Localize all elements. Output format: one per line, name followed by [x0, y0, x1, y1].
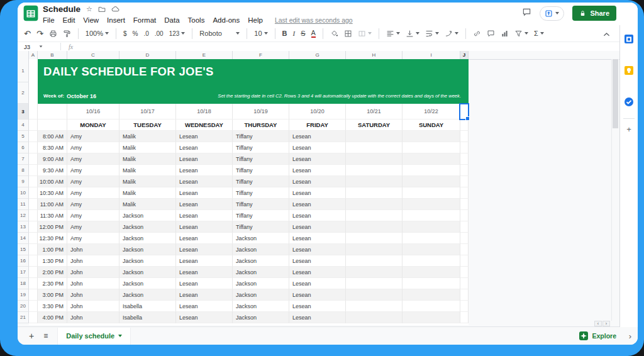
cell[interactable]: Amy — [67, 165, 119, 176]
cell[interactable]: 2:00 PM — [38, 267, 67, 278]
horizontal-scrollbar[interactable]: ‹› — [594, 321, 610, 326]
cell[interactable]: SUNDAY — [402, 120, 460, 131]
select-all-corner[interactable] — [18, 51, 29, 59]
cell[interactable]: Lesean — [289, 267, 346, 278]
row-header-1[interactable]: 1 — [18, 59, 29, 82]
column-header-A[interactable]: A — [29, 51, 38, 59]
cloud-status-icon[interactable] — [111, 5, 119, 13]
cell[interactable]: Isabella — [119, 312, 176, 323]
cell[interactable] — [346, 221, 402, 233]
cell[interactable] — [460, 289, 469, 301]
cell[interactable]: John — [67, 244, 119, 255]
keep-icon[interactable] — [624, 65, 634, 75]
cell[interactable]: Amy — [67, 210, 119, 221]
increase-decimals-button[interactable]: .00 — [155, 30, 164, 37]
cell[interactable] — [460, 301, 469, 312]
cell[interactable]: Tiffany — [233, 142, 289, 153]
cell[interactable] — [402, 199, 460, 210]
cell[interactable] — [346, 131, 402, 142]
cell[interactable] — [29, 120, 38, 131]
borders-button[interactable] — [344, 30, 352, 38]
fill-handle[interactable] — [465, 116, 470, 121]
cell[interactable] — [29, 104, 38, 120]
cell[interactable]: Amy — [67, 153, 119, 165]
cell[interactable]: Lesean — [289, 153, 346, 165]
cell[interactable]: Lesean — [176, 301, 233, 312]
cell[interactable]: 8:00 AM — [38, 131, 67, 142]
cell[interactable] — [29, 165, 38, 176]
row-header-12[interactable]: 12 — [18, 210, 29, 221]
cell[interactable]: Lesean — [176, 176, 233, 187]
cell[interactable]: Jackson — [119, 278, 176, 289]
cell[interactable]: Lesean — [176, 267, 233, 278]
functions-button[interactable]: Σ — [534, 30, 544, 37]
row-header-7[interactable]: 7 — [18, 153, 29, 165]
cell[interactable]: Amy — [67, 176, 119, 187]
cell[interactable]: 10:00 AM — [38, 176, 67, 187]
menu-add-ons[interactable]: Add-ons — [213, 16, 240, 24]
cell[interactable]: Lesean — [289, 142, 346, 153]
cell[interactable]: Isabella — [119, 301, 176, 312]
row-header-16[interactable]: 16 — [18, 255, 29, 267]
cell[interactable] — [402, 221, 460, 233]
cell[interactable] — [402, 278, 460, 289]
sheet-tab-menu-icon[interactable] — [118, 335, 122, 337]
cell[interactable]: Tiffany — [233, 199, 289, 210]
row-header-14[interactable]: 14 — [18, 233, 29, 244]
cell[interactable]: TUESDAY — [119, 120, 176, 131]
strikethrough-button[interactable]: S — [301, 30, 305, 37]
cell[interactable] — [29, 255, 38, 267]
cell[interactable]: Lesean — [289, 199, 346, 210]
cell[interactable] — [460, 244, 469, 255]
undo-button[interactable]: ↶ — [24, 30, 31, 38]
row-header-10[interactable]: 10 — [18, 187, 29, 199]
row-header-6[interactable]: 6 — [18, 142, 29, 153]
paint-format-button[interactable] — [63, 30, 71, 38]
insert-chart-button[interactable] — [501, 30, 509, 38]
cell[interactable] — [460, 233, 469, 244]
insert-comment-button[interactable] — [487, 30, 495, 38]
cell[interactable]: Lesean — [176, 165, 233, 176]
cell[interactable] — [402, 210, 460, 221]
cell[interactable]: Jackson — [233, 255, 289, 267]
cell[interactable]: Lesean — [289, 255, 346, 267]
menu-view[interactable]: View — [83, 16, 99, 24]
cell[interactable] — [460, 131, 469, 142]
cell[interactable]: Jackson — [119, 221, 176, 233]
cell[interactable]: 9:00 AM — [38, 153, 67, 165]
add-sheet-button[interactable]: + — [29, 331, 34, 340]
cell[interactable]: 9:30 AM — [38, 165, 67, 176]
cell[interactable]: 12:30 PM — [38, 233, 67, 244]
cell[interactable]: Amy — [67, 131, 119, 142]
cell[interactable]: John — [67, 278, 119, 289]
cell[interactable]: Jackson — [233, 278, 289, 289]
cell[interactable]: Tiffany — [233, 210, 289, 221]
selected-cell-outline[interactable] — [459, 103, 469, 120]
cell[interactable] — [346, 244, 402, 255]
cell[interactable]: Lesean — [289, 165, 346, 176]
cell[interactable] — [460, 267, 469, 278]
cell[interactable] — [460, 165, 469, 176]
cell[interactable]: Malik — [119, 142, 176, 153]
cell[interactable] — [38, 104, 67, 120]
cell[interactable] — [346, 301, 402, 312]
text-rotation-button[interactable] — [445, 30, 458, 38]
cell[interactable]: John — [67, 312, 119, 323]
cell[interactable]: Jackson — [119, 210, 176, 221]
formula-input[interactable] — [73, 42, 620, 51]
cell[interactable]: 10:30 AM — [38, 187, 67, 199]
cell[interactable]: Lesean — [289, 221, 346, 233]
cell[interactable] — [402, 187, 460, 199]
cell[interactable]: Amy — [67, 187, 119, 199]
move-folder-icon[interactable] — [98, 6, 106, 13]
cell[interactable]: 2:30 PM — [38, 278, 67, 289]
cell[interactable]: FRIDAY — [289, 120, 346, 131]
cell[interactable] — [402, 165, 460, 176]
cell[interactable] — [29, 131, 38, 142]
cell[interactable]: Lesean — [289, 131, 346, 142]
cell[interactable]: Jackson — [233, 244, 289, 255]
cell[interactable] — [29, 301, 38, 312]
cell[interactable] — [38, 120, 67, 131]
cell[interactable] — [402, 142, 460, 153]
cell[interactable] — [29, 289, 38, 301]
